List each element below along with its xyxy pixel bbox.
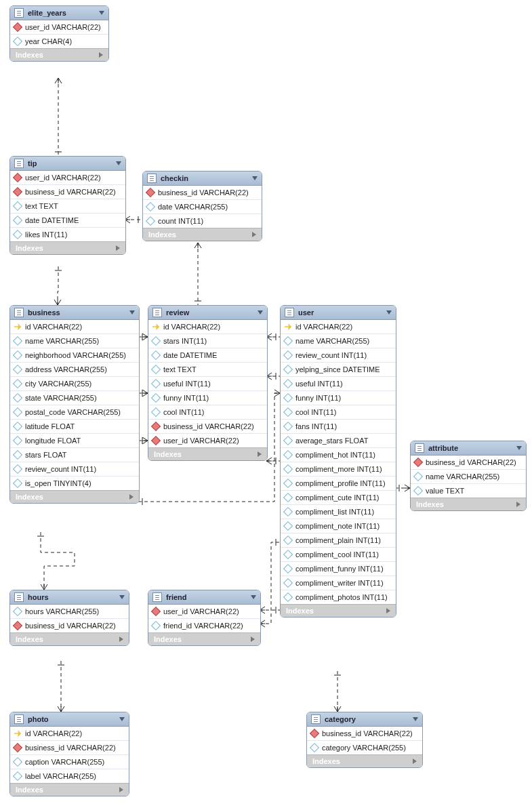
column-row[interactable]: date DATETIME <box>148 348 267 362</box>
table-header[interactable]: hours <box>10 590 129 605</box>
column-row[interactable]: compliment_photos INT(11) <box>281 590 396 604</box>
column-row[interactable]: postal_code VARCHAR(255) <box>10 405 139 419</box>
table-header[interactable]: elite_years <box>10 6 108 20</box>
indexes-row[interactable]: Indexes <box>148 447 267 460</box>
table-header[interactable]: friend <box>148 590 260 605</box>
column-row[interactable]: compliment_writer INT(11) <box>281 575 396 590</box>
column-row[interactable]: useful INT(11) <box>148 376 267 390</box>
table-header[interactable]: tip <box>10 157 125 171</box>
collapse-icon[interactable] <box>413 717 418 721</box>
column-row[interactable]: count INT(11) <box>143 214 262 228</box>
column-row[interactable]: business_id VARCHAR(22) <box>411 456 526 469</box>
column-row[interactable]: id VARCHAR(22) <box>10 727 129 740</box>
column-row[interactable]: likes INT(11) <box>10 227 125 241</box>
collapse-icon[interactable] <box>119 717 125 721</box>
table-review[interactable]: reviewid VARCHAR(22)stars INT(11)date DA… <box>148 305 268 461</box>
collapse-icon[interactable] <box>129 310 135 315</box>
column-row[interactable]: name VARCHAR(255) <box>281 334 396 348</box>
table-header[interactable]: photo <box>10 712 129 727</box>
table-photo[interactable]: photoid VARCHAR(22)business_id VARCHAR(2… <box>9 712 129 796</box>
column-row[interactable]: id VARCHAR(22) <box>10 320 139 334</box>
column-row[interactable]: business_id VARCHAR(22) <box>10 184 125 199</box>
indexes-row[interactable]: Indexes <box>148 632 260 645</box>
column-row[interactable]: business_id VARCHAR(22) <box>10 740 129 754</box>
column-row[interactable]: compliment_funny INT(11) <box>281 561 396 575</box>
column-row[interactable]: review_count INT(11) <box>10 462 139 476</box>
column-row[interactable]: business_id VARCHAR(22) <box>148 419 267 433</box>
column-row[interactable]: funny INT(11) <box>281 390 396 405</box>
collapse-icon[interactable] <box>258 310 263 315</box>
table-attribute[interactable]: attributebusiness_id VARCHAR(22)name VAR… <box>410 441 527 511</box>
collapse-icon[interactable] <box>251 595 256 599</box>
table-checkin[interactable]: checkinbusiness_id VARCHAR(22)date VARCH… <box>142 171 262 241</box>
column-row[interactable]: user_id VARCHAR(22) <box>148 433 267 447</box>
indexes-row[interactable]: Indexes <box>10 783 129 796</box>
column-row[interactable]: business_id VARCHAR(22) <box>307 727 422 740</box>
indexes-row[interactable]: Indexes <box>307 754 422 767</box>
column-row[interactable]: category VARCHAR(255) <box>307 740 422 754</box>
column-row[interactable]: business_id VARCHAR(22) <box>10 618 129 632</box>
table-header[interactable]: checkin <box>143 171 262 186</box>
column-row[interactable]: fans INT(11) <box>281 419 396 433</box>
table-tip[interactable]: tipuser_id VARCHAR(22)business_id VARCHA… <box>9 156 126 255</box>
collapse-icon[interactable] <box>119 595 125 599</box>
column-row[interactable]: text TEXT <box>148 362 267 376</box>
indexes-row[interactable]: Indexes <box>411 498 526 510</box>
column-row[interactable]: compliment_hot INT(11) <box>281 447 396 462</box>
column-row[interactable]: latitude FLOAT <box>10 419 139 433</box>
table-friend[interactable]: frienduser_id VARCHAR(22)friend_id VARCH… <box>148 590 261 646</box>
collapse-icon[interactable] <box>99 11 104 15</box>
column-row[interactable]: id VARCHAR(22) <box>148 320 267 334</box>
indexes-row[interactable]: Indexes <box>10 632 129 645</box>
column-row[interactable]: caption VARCHAR(255) <box>10 754 129 769</box>
column-row[interactable]: cool INT(11) <box>148 405 267 419</box>
column-row[interactable]: yelping_since DATETIME <box>281 362 396 376</box>
column-row[interactable]: compliment_note INT(11) <box>281 519 396 533</box>
column-row[interactable]: date DATETIME <box>10 213 125 227</box>
indexes-row[interactable]: Indexes <box>143 228 262 241</box>
column-row[interactable]: name VARCHAR(255) <box>10 334 139 348</box>
column-row[interactable]: label VARCHAR(255) <box>10 769 129 783</box>
table-header[interactable]: category <box>307 712 422 727</box>
collapse-icon[interactable] <box>386 310 392 315</box>
collapse-icon[interactable] <box>516 446 522 450</box>
table-header[interactable]: business <box>10 306 139 320</box>
table-user[interactable]: userid VARCHAR(22)name VARCHAR(255)revie… <box>280 305 396 618</box>
column-row[interactable]: compliment_more INT(11) <box>281 462 396 476</box>
collapse-icon[interactable] <box>252 176 258 180</box>
column-row[interactable]: compliment_cute INT(11) <box>281 490 396 504</box>
column-row[interactable]: cool INT(11) <box>281 405 396 419</box>
column-row[interactable]: user_id VARCHAR(22) <box>148 605 260 618</box>
column-row[interactable]: friend_id VARCHAR(22) <box>148 618 260 632</box>
column-row[interactable]: value TEXT <box>411 483 526 498</box>
column-row[interactable]: neighborhood VARCHAR(255) <box>10 348 139 362</box>
table-category[interactable]: categorybusiness_id VARCHAR(22)category … <box>306 712 423 768</box>
column-row[interactable]: address VARCHAR(255) <box>10 362 139 376</box>
column-row[interactable]: longitude FLOAT <box>10 433 139 447</box>
column-row[interactable]: name VARCHAR(255) <box>411 469 526 483</box>
table-hours[interactable]: hourshours VARCHAR(255)business_id VARCH… <box>9 590 129 646</box>
column-row[interactable]: user_id VARCHAR(22) <box>10 171 125 184</box>
table-header[interactable]: attribute <box>411 441 526 456</box>
column-row[interactable]: compliment_plain INT(11) <box>281 533 396 547</box>
column-row[interactable]: hours VARCHAR(255) <box>10 605 129 618</box>
column-row[interactable]: stars FLOAT <box>10 447 139 462</box>
table-header[interactable]: user <box>281 306 396 320</box>
column-row[interactable]: business_id VARCHAR(22) <box>143 186 262 199</box>
collapse-icon[interactable] <box>116 161 121 165</box>
column-row[interactable]: is_open TINYINT(4) <box>10 476 139 490</box>
column-row[interactable]: average_stars FLOAT <box>281 433 396 447</box>
column-row[interactable]: compliment_profile INT(11) <box>281 476 396 490</box>
table-header[interactable]: review <box>148 306 267 320</box>
column-row[interactable]: date VARCHAR(255) <box>143 199 262 214</box>
column-row[interactable]: stars INT(11) <box>148 334 267 348</box>
indexes-row[interactable]: Indexes <box>10 490 139 503</box>
column-row[interactable]: review_count INT(11) <box>281 348 396 362</box>
column-row[interactable]: funny INT(11) <box>148 390 267 405</box>
column-row[interactable]: text TEXT <box>10 199 125 213</box>
column-row[interactable]: id VARCHAR(22) <box>281 320 396 334</box>
column-row[interactable]: compliment_list INT(11) <box>281 504 396 519</box>
column-row[interactable]: state VARCHAR(255) <box>10 390 139 405</box>
column-row[interactable]: useful INT(11) <box>281 376 396 390</box>
table-elite_years[interactable]: elite_yearsuser_id VARCHAR(22)year CHAR(… <box>9 5 109 62</box>
